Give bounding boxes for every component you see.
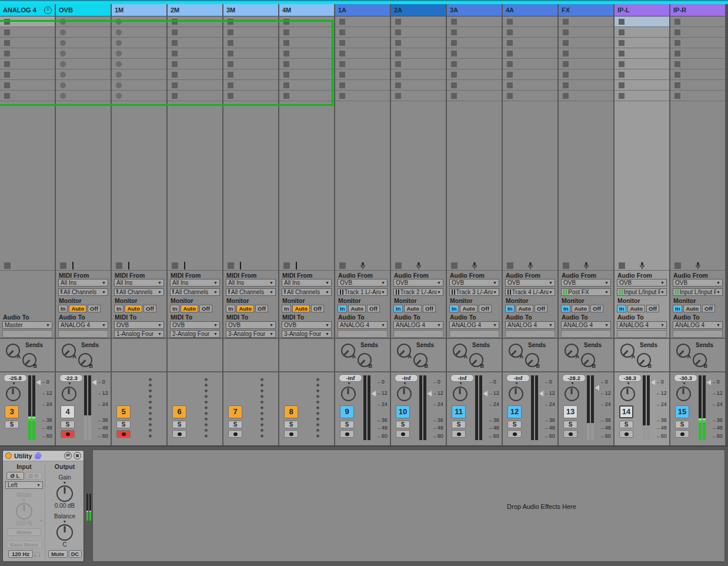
clip-slot[interactable] <box>168 38 222 48</box>
group-fold-icon[interactable]: ≡ <box>44 6 52 14</box>
clip-stop-button[interactable] <box>451 51 457 56</box>
monitor-in-button[interactable]: In <box>114 305 123 312</box>
clip-slot[interactable] <box>447 38 502 48</box>
arm-button[interactable] <box>172 430 186 438</box>
clip-slot[interactable] <box>503 59 557 69</box>
clip-stop-button[interactable] <box>619 40 625 46</box>
send-b-knob[interactable]: B <box>637 353 651 367</box>
clip-stop-button[interactable] <box>674 51 680 56</box>
clip-stop-button[interactable] <box>507 82 513 88</box>
clip-slot[interactable] <box>223 59 278 69</box>
clip-slot[interactable] <box>56 16 111 27</box>
clip-stop-button[interactable] <box>619 72 625 78</box>
clip-slot[interactable] <box>559 48 613 59</box>
track-header[interactable]: IP-R <box>670 4 725 16</box>
clip-stop-button[interactable] <box>339 51 345 56</box>
clip-slot[interactable] <box>223 80 278 91</box>
output-dropdown[interactable]: ANALOG 4▼ <box>505 321 555 329</box>
clip-stop-button[interactable] <box>674 29 680 35</box>
clip-stop-button[interactable] <box>4 72 10 78</box>
solo-button[interactable]: S <box>116 421 131 428</box>
monitor-off-button[interactable]: Off <box>646 305 659 312</box>
clip-slot[interactable] <box>0 27 55 38</box>
monitor-in-button[interactable]: In <box>505 305 515 312</box>
output-dropdown[interactable]: ANALOG 4▼ <box>58 321 108 329</box>
clip-slot[interactable] <box>112 48 166 59</box>
track-header[interactable]: 2A <box>391 4 446 16</box>
track-activator[interactable]: 5 <box>116 405 131 418</box>
monitor-off-button[interactable]: Off <box>423 305 436 312</box>
monitor-in-button[interactable]: In <box>170 305 179 312</box>
track-header[interactable]: ANALOG 4 ≡ <box>0 4 55 16</box>
arm-button[interactable] <box>284 430 298 438</box>
clip-record-button[interactable] <box>60 61 66 67</box>
clip-slot[interactable] <box>168 69 222 80</box>
pan-knob[interactable] <box>62 387 76 401</box>
clip-stop-button[interactable] <box>228 82 233 88</box>
monitor-in-button[interactable]: In <box>338 305 347 312</box>
clip-slot[interactable] <box>112 38 166 48</box>
arm-button[interactable] <box>61 430 75 438</box>
hot-swap-icon[interactable]: ⇄ <box>64 452 72 460</box>
send-b-knob[interactable]: B <box>469 353 483 367</box>
clip-stop-button[interactable] <box>283 82 289 88</box>
clip-slot[interactable] <box>670 69 725 80</box>
track-activator[interactable]: 7 <box>228 405 242 418</box>
monitor-in-button[interactable]: In <box>58 305 68 312</box>
clip-stop-button[interactable] <box>563 82 569 88</box>
arm-button[interactable] <box>228 430 242 438</box>
clip-slot[interactable] <box>279 59 334 69</box>
clip-stop-button[interactable] <box>4 29 10 35</box>
arm-button[interactable] <box>452 430 466 438</box>
clip-stop-button[interactable] <box>228 51 233 56</box>
volume-fader-handle[interactable] <box>595 385 599 391</box>
input-channel-dropdown[interactable]: Track 1 L/-Anal▼ <box>338 288 388 296</box>
clip-stop-button[interactable] <box>451 29 457 35</box>
solo-button[interactable]: S <box>172 421 186 428</box>
send-a-knob[interactable]: A <box>6 344 20 358</box>
input-channel-dropdown[interactable]: Track 2 L/-Anal▼ <box>393 288 443 296</box>
clip-record-button[interactable] <box>116 61 122 67</box>
send-a-knob[interactable]: A <box>620 344 635 358</box>
clip-stop-button[interactable] <box>283 19 289 25</box>
clip-slot[interactable] <box>447 59 502 69</box>
clip-stop-button[interactable] <box>451 40 457 46</box>
stop-all-clips-button[interactable] <box>339 262 346 269</box>
track-header[interactable]: 3M <box>223 4 278 16</box>
clip-slot[interactable] <box>447 91 502 101</box>
clip-stop-button[interactable] <box>395 61 401 67</box>
send-b-knob[interactable]: B <box>358 353 372 367</box>
clip-slot[interactable] <box>670 16 725 27</box>
input-channel-dropdown[interactable]: All Channels▼ <box>226 288 276 296</box>
clip-slot[interactable] <box>503 69 557 80</box>
phase-right-button[interactable]: Ø R <box>25 472 42 480</box>
clip-stop-button[interactable] <box>507 40 513 46</box>
bass-mono-button[interactable]: Bass Mono <box>6 541 42 548</box>
monitor-in-button[interactable]: In <box>617 305 626 312</box>
clip-record-button[interactable] <box>116 29 122 35</box>
send-a-knob[interactable]: A <box>565 344 579 358</box>
clip-slot[interactable] <box>335 27 390 38</box>
clip-stop-button[interactable] <box>619 61 625 67</box>
monitor-off-button[interactable]: Off <box>88 305 101 312</box>
track-header[interactable]: 4A <box>503 4 557 16</box>
send-b-knob[interactable]: B <box>693 353 707 367</box>
input-channel-dropdown[interactable]: All Channels▼ <box>170 288 220 296</box>
clip-stop-button[interactable] <box>283 51 289 56</box>
send-a-knob[interactable]: A <box>62 344 76 358</box>
monitor-off-button[interactable]: Off <box>535 305 547 312</box>
clip-record-button[interactable] <box>116 19 122 25</box>
clip-stop-button[interactable] <box>172 29 178 35</box>
clip-slot[interactable] <box>503 48 557 59</box>
stop-all-clips-button[interactable] <box>395 262 402 269</box>
clip-stop-button[interactable] <box>395 51 401 56</box>
monitor-auto-button[interactable]: Auto <box>181 305 198 312</box>
width-knob[interactable] <box>16 503 32 520</box>
arm-button[interactable] <box>116 430 131 438</box>
stop-all-clips-button[interactable] <box>563 262 569 269</box>
clip-slot[interactable] <box>279 80 334 91</box>
clip-slot[interactable] <box>279 27 334 38</box>
clip-slot[interactable] <box>503 80 557 91</box>
save-preset-icon[interactable] <box>74 452 81 460</box>
mono-button[interactable]: Mono <box>7 528 41 536</box>
